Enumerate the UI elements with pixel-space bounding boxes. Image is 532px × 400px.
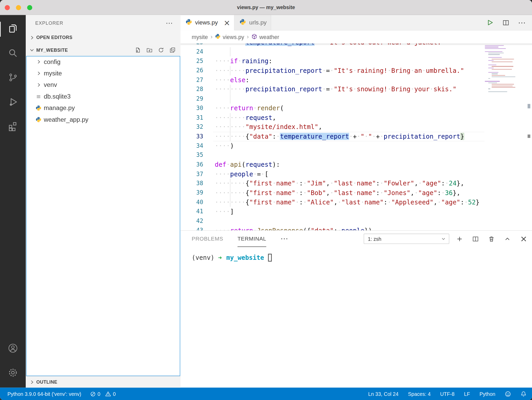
editor-tab-bar: views.py × urls.py ⋯ xyxy=(181,15,532,30)
sidebar-title: EXPLORER xyxy=(35,20,63,26)
explorer-sidebar: EXPLORER ⋯ OPEN EDITORS MY_WEBSITE confi… xyxy=(26,15,181,388)
collapse-all-icon[interactable] xyxy=(170,47,175,53)
line-number: 42 xyxy=(181,216,203,226)
code-line-28[interactable]: ········precipitation_report·=·"It's·sno… xyxy=(213,85,484,94)
terminal[interactable]: (venv) ➜ my_website xyxy=(181,247,532,388)
breadcrumb-item-mysite[interactable]: mysite xyxy=(192,34,208,40)
code-line-38[interactable]: ········{"first·name"·:·"Jim",·"last·nam… xyxy=(213,179,484,188)
tab-views-py[interactable]: views.py × xyxy=(181,15,235,30)
tree-item-db-sqlite3[interactable]: db.sqlite3 xyxy=(26,91,181,102)
tree-item-weather-app-py[interactable]: weather_app.py xyxy=(26,114,181,125)
python-interpreter-status[interactable]: Python 3.9.0 64-bit ('venv': venv) xyxy=(8,391,81,397)
code-line-34[interactable]: ····) xyxy=(213,141,484,151)
open-editors-section[interactable]: OPEN EDITORS xyxy=(26,31,181,44)
code-line-26[interactable]: ········precipitation_report·=·"It's·rai… xyxy=(213,66,484,75)
search-icon xyxy=(8,48,18,59)
activity-source-control-button[interactable] xyxy=(0,66,26,90)
tree-item-venv[interactable]: venv xyxy=(26,79,181,91)
code-line-32[interactable]: ········"mysite/index.html", xyxy=(213,122,484,132)
refresh-icon[interactable] xyxy=(158,47,164,53)
line-number: 40 xyxy=(181,198,203,207)
indent-guide xyxy=(230,188,230,198)
panel-tab-problems[interactable]: PROBLEMS xyxy=(192,231,223,247)
split-terminal-icon[interactable] xyxy=(472,236,479,242)
code-editor[interactable]: 2324252627282930313233343536373839404142… xyxy=(181,43,532,230)
tree-item-mysite[interactable]: mysite xyxy=(26,68,181,79)
run-python-file-icon[interactable] xyxy=(487,19,494,26)
panel-header: PROBLEMS TERMINAL ⋯ 1: zsh × xyxy=(181,231,532,247)
line-number: 24 xyxy=(181,47,203,56)
warning-count: 0 xyxy=(113,391,116,397)
kill-terminal-icon[interactable] xyxy=(488,236,495,242)
activity-run-debug-button[interactable] xyxy=(0,90,26,115)
new-file-icon[interactable] xyxy=(135,47,141,53)
maximize-panel-icon[interactable] xyxy=(504,236,511,242)
line-number: 39 xyxy=(181,188,203,198)
activity-extensions-button[interactable] xyxy=(0,115,26,139)
problems-status[interactable]: 0 0 xyxy=(90,391,116,397)
code-line-24[interactable] xyxy=(213,47,484,56)
eol-status[interactable]: LF xyxy=(464,391,470,397)
indent-guide xyxy=(230,198,230,207)
close-panel-icon[interactable]: × xyxy=(520,236,527,242)
code-line-36[interactable]: def·api(request): xyxy=(213,160,484,169)
tree-item-config[interactable]: config xyxy=(26,56,181,68)
overview-ruler-mark xyxy=(528,104,530,108)
workspace-section[interactable]: MY_WEBSITE xyxy=(26,44,181,56)
explorer-more-actions-icon[interactable]: ⋯ xyxy=(166,21,173,25)
code-line-41[interactable]: ····] xyxy=(213,207,484,216)
code-line-40[interactable]: ········{"first·name"·:·"Alice",·"last·n… xyxy=(213,198,484,207)
tree-item-manage-py[interactable]: manage.py xyxy=(26,102,181,114)
python-file-icon xyxy=(240,18,246,27)
code-line-30[interactable]: ····return·render( xyxy=(213,104,484,113)
code-line-29[interactable] xyxy=(213,94,484,104)
activity-search-button[interactable] xyxy=(0,41,26,66)
new-folder-icon[interactable] xyxy=(147,47,152,53)
encoding-status[interactable]: UTF-8 xyxy=(440,391,455,397)
split-editor-icon[interactable] xyxy=(502,19,509,26)
line-number: 41 xyxy=(181,207,203,216)
close-tab-icon[interactable]: × xyxy=(224,20,230,25)
terminal-shell-select[interactable]: 1: zsh xyxy=(364,234,449,244)
panel-more-actions-icon[interactable]: ⋯ xyxy=(281,234,288,243)
indent-guide xyxy=(230,66,230,75)
tab-urls-py[interactable]: urls.py xyxy=(235,15,271,30)
errors-icon xyxy=(90,391,96,397)
accounts-button[interactable] xyxy=(0,337,26,361)
line-number: 33 xyxy=(181,132,203,141)
breadcrumb-item-weather[interactable]: weather xyxy=(251,34,279,41)
minimap[interactable] xyxy=(485,45,517,98)
cursor-position-status[interactable]: Ln 33, Col 24 xyxy=(368,391,399,397)
outline-section[interactable]: OUTLINE xyxy=(26,376,181,388)
code-line-37[interactable]: ····people·=·[ xyxy=(213,169,484,179)
editor-more-actions-icon[interactable]: ⋯ xyxy=(518,18,526,27)
terminal-venv: (venv) xyxy=(192,254,214,261)
code-line-23[interactable]: ········temperature_report·=·"It's·cold·… xyxy=(213,43,484,47)
new-terminal-icon[interactable] xyxy=(456,236,463,242)
tree-item-label: weather_app.py xyxy=(44,116,88,123)
files-icon xyxy=(8,23,18,35)
indentation-status[interactable]: Spaces: 4 xyxy=(408,391,431,397)
code-line-39[interactable]: ········{"first·name"·:·"Bob",·"last·nam… xyxy=(213,188,484,198)
code-line-25[interactable]: ····if·raining: xyxy=(213,56,484,66)
code-line-35[interactable] xyxy=(213,151,484,160)
indent-guide xyxy=(230,113,230,122)
feedback-smiley-icon[interactable] xyxy=(505,391,511,397)
panel-tab-terminal[interactable]: TERMINAL xyxy=(237,231,266,247)
tree-item-label: db.sqlite3 xyxy=(44,93,70,100)
settings-button[interactable] xyxy=(0,361,26,385)
indent-guide xyxy=(230,94,230,104)
chevron-right-icon xyxy=(29,379,35,385)
terminal-prompt-arrow: ➜ xyxy=(218,254,222,261)
symbol-method-icon xyxy=(251,34,257,41)
language-mode-status[interactable]: Python xyxy=(480,391,495,397)
code-line-33[interactable]: ········{"data":·temperature_report·+·"·… xyxy=(213,132,484,141)
activity-explorer-button[interactable] xyxy=(0,17,26,41)
code-line-31[interactable]: ········request, xyxy=(213,113,484,122)
notifications-bell-icon[interactable] xyxy=(521,391,527,397)
tree-item-label: config xyxy=(44,58,60,66)
code-line-43[interactable]: ····return·JsonResponse({"data":·people}… xyxy=(213,226,484,230)
code-line-42[interactable] xyxy=(213,216,484,226)
code-line-27[interactable]: ····else: xyxy=(213,75,484,85)
breadcrumb-item-views-py[interactable]: views.py xyxy=(215,34,244,40)
